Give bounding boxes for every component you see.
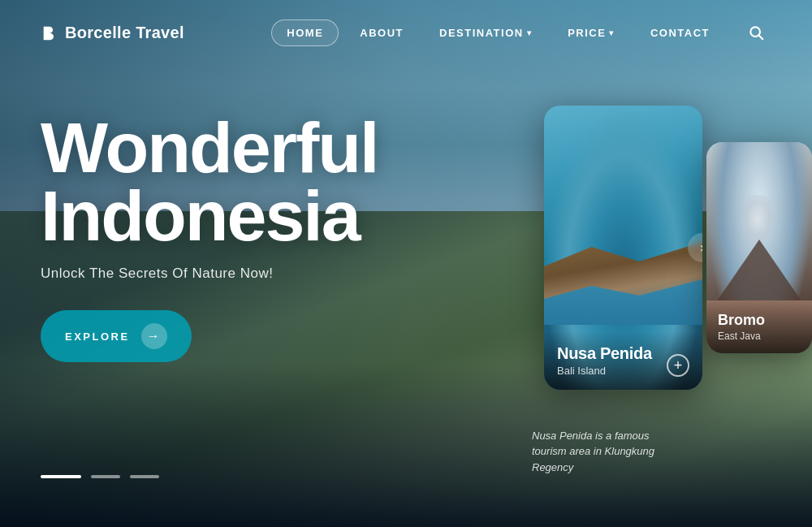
navbar: Borcelle Travel HOME ABOUT DESTINATION ▾… — [0, 0, 812, 65]
pagination — [41, 475, 159, 478]
nav-item-about[interactable]: ABOUT — [345, 20, 418, 45]
search-button[interactable] — [741, 17, 771, 48]
nusa-penida-description: Nusa Penida is a famous tourism area in … — [524, 428, 670, 476]
hero-title-line2: Indonesia — [41, 175, 360, 256]
cards-area: Nusa Penida Bali Island + › Bromo East J… — [512, 106, 812, 527]
destination-dropdown-icon: ▾ — [527, 28, 533, 37]
card-bromo: Bromo East Java — [706, 142, 812, 353]
pagination-dot-1[interactable] — [41, 475, 81, 478]
explore-arrow-icon: → — [141, 323, 167, 349]
card-description-area: Nusa Penida is a famous tourism area in … — [524, 415, 670, 476]
nav-item-destination[interactable]: DESTINATION ▾ — [425, 20, 546, 45]
hero-subtitle: Unlock The Secrets Of Nature Now! — [41, 266, 378, 282]
pagination-dot-3[interactable] — [130, 475, 159, 478]
volcano-shape — [715, 240, 804, 305]
card-bromo-info: Bromo East Java — [706, 300, 812, 353]
logo[interactable]: Borcelle Travel — [41, 24, 184, 42]
card-nusa-penida: Nusa Penida Bali Island + › — [544, 106, 702, 390]
explore-button[interactable]: EXPLORE → — [41, 310, 192, 362]
nav-links: HOME ABOUT DESTINATION ▾ PRICE ▾ CONTACT — [271, 19, 724, 46]
hero-title: Wonderful Indonesia — [41, 114, 378, 249]
nav-item-price[interactable]: PRICE ▾ — [553, 20, 629, 45]
brand-name: Borcelle Travel — [65, 24, 184, 42]
search-icon — [748, 24, 764, 41]
nav-item-home[interactable]: HOME — [271, 19, 339, 46]
price-dropdown-icon: ▾ — [609, 28, 615, 37]
bromo-name: Bromo — [718, 312, 801, 329]
card-row: Nusa Penida Bali Island + › Bromo East J… — [544, 106, 812, 390]
bromo-sub: East Java — [718, 330, 801, 342]
svg-line-1 — [759, 36, 763, 40]
nusa-penida-add-button[interactable]: + — [667, 354, 689, 377]
nav-item-contact[interactable]: CONTACT — [636, 20, 724, 45]
logo-icon — [41, 24, 58, 41]
b-icon — [41, 24, 58, 41]
hero-content: Wonderful Indonesia Unlock The Secrets O… — [41, 114, 378, 362]
pagination-dot-2[interactable] — [91, 475, 120, 478]
explore-label: EXPLORE — [65, 330, 130, 343]
